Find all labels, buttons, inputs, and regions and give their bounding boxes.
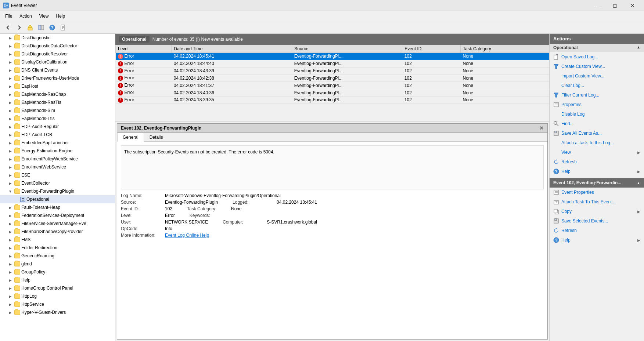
table-row[interactable]: !Error04.02.2024 18:39:35Eventlog-Forwar… bbox=[116, 96, 549, 104]
event-id-cell: 102 bbox=[402, 89, 461, 97]
expander-icon: ▶ bbox=[7, 237, 13, 243]
filter-icon bbox=[553, 64, 559, 69]
table-row[interactable]: !Error04.02.2024 18:40:36Eventlog-Forwar… bbox=[116, 89, 549, 97]
tree-item-homegroupcp[interactable]: ▶ HomeGroup Control Panel bbox=[0, 284, 115, 292]
col-datetime[interactable]: Date and Time bbox=[172, 45, 292, 53]
menu-file[interactable]: File bbox=[1, 12, 16, 20]
showhide-button[interactable] bbox=[36, 23, 46, 32]
action-help-event[interactable]: ? Help ▶ bbox=[550, 235, 644, 245]
tree-item-edpauditregular[interactable]: ▶ EDP-Audit-Regular bbox=[0, 123, 115, 131]
tree-item-grouppolicy[interactable]: ▶ GroupPolicy bbox=[0, 268, 115, 276]
prop-moreinfo-link[interactable]: Event Log Online Help bbox=[165, 233, 209, 238]
forward-button[interactable] bbox=[14, 23, 24, 32]
action-find[interactable]: Find... bbox=[550, 119, 644, 128]
action-filter-current-log[interactable]: Filter Current Log... bbox=[550, 90, 644, 100]
tree-item-filesvcs[interactable]: ▶ FileServices-ServerManager-Eve bbox=[0, 220, 115, 228]
close-button[interactable]: ✕ bbox=[624, 0, 641, 11]
tree-item-diskdiagresolver[interactable]: ▶ DiskDiagnosticResolver bbox=[0, 50, 115, 58]
menu-action[interactable]: Action bbox=[16, 12, 35, 20]
tree-item-displaycolor[interactable]: ▶ DisplayColorCalibration bbox=[0, 58, 115, 66]
table-row[interactable]: !Error04.02.2024 18:45:41Eventlog-Forwar… bbox=[116, 53, 549, 60]
tree-item-hypervguest[interactable]: ▶ Hyper-V-Guest-Drivers bbox=[0, 308, 115, 316]
tree-item-federationsvcs[interactable]: ▶ FederationServices-Deployment bbox=[0, 211, 115, 220]
expander-icon: ▶ bbox=[7, 245, 13, 251]
tree-item-help[interactable]: ▶ Help bbox=[0, 276, 115, 284]
action-properties[interactable]: Properties bbox=[550, 100, 644, 109]
tree-item-diskdiagnostic[interactable]: ▶ DiskDiagnostic bbox=[0, 34, 115, 42]
action-create-custom-view[interactable]: Create Custom View... bbox=[550, 62, 644, 71]
actions-main-header[interactable]: Actions bbox=[550, 34, 644, 44]
event-id-cell: 102 bbox=[402, 60, 461, 67]
action-refresh-event[interactable]: Refresh bbox=[550, 226, 644, 235]
col-source[interactable]: Source bbox=[292, 45, 402, 53]
action-help-operational[interactable]: ? Help ▶ bbox=[550, 167, 644, 176]
prop-logged-label: Logged: bbox=[233, 200, 277, 205]
tree-item-httpservice[interactable]: ▶ HttpService bbox=[0, 300, 115, 308]
svg-rect-0 bbox=[28, 28, 32, 30]
action-attach-task-log[interactable]: Attach a Task To this Log... bbox=[550, 138, 644, 148]
tree-panel: ▶ DiskDiagnostic ▶ DiskDiagnosticDataCol… bbox=[0, 34, 115, 341]
tab-details[interactable]: Details bbox=[144, 133, 169, 141]
tree-item-fms[interactable]: ▶ FMS bbox=[0, 236, 115, 244]
maximize-button[interactable]: ◻ bbox=[607, 0, 623, 11]
menu-help[interactable]: Help bbox=[53, 12, 69, 20]
folder-icon bbox=[14, 100, 20, 105]
tree-item-dns[interactable]: ▶ DNS Client Events bbox=[0, 66, 115, 74]
tree-item-eapttls[interactable]: ▶ EapMethods-Ttls bbox=[0, 115, 115, 123]
col-taskcategory[interactable]: Task Category bbox=[460, 45, 549, 53]
action-clear-log[interactable]: Clear Log... bbox=[550, 81, 644, 90]
up-button[interactable] bbox=[25, 23, 35, 32]
tree-item-driverfw[interactable]: ▶ DriverFrameworks-UserMode bbox=[0, 74, 115, 82]
tree-item-glcnd[interactable]: ▶ glcnd bbox=[0, 260, 115, 268]
action-import-custom-view[interactable]: Import Custom View... bbox=[550, 71, 644, 81]
close-detail-button[interactable]: ✕ bbox=[539, 125, 544, 131]
event102-section-header[interactable]: Event 102, Eventlog-Forwardin... ▲ bbox=[550, 178, 644, 188]
action-refresh-operational[interactable]: Refresh bbox=[550, 157, 644, 167]
tree-item-eventcollector[interactable]: ▶ EventCollector bbox=[0, 179, 115, 187]
tree-item-genericroaming[interactable]: ▶ GenericRoaming bbox=[0, 252, 115, 260]
action-attach-task-event[interactable]: Attach Task To This Event... bbox=[550, 197, 644, 207]
action-view[interactable]: View ▶ bbox=[550, 148, 644, 157]
tree-item-diskdiagdatacollector[interactable]: ▶ DiskDiagnosticDataCollector bbox=[0, 42, 115, 50]
tree-item-energy[interactable]: ▶ Energy-Estimation-Engine bbox=[0, 147, 115, 155]
action-event-properties[interactable]: Event Properties bbox=[550, 188, 644, 197]
action-save-all-events[interactable]: Save All Events As... bbox=[550, 128, 644, 138]
action-copy[interactable]: Copy ▶ bbox=[550, 207, 644, 216]
tree-item-eaprastls[interactable]: ▶ EapMethods-RasTls bbox=[0, 98, 115, 106]
tree-item-faulttolerant[interactable]: ▶ Fault-Tolerant-Heap bbox=[0, 203, 115, 211]
folder-icon bbox=[14, 76, 20, 81]
tree-item-enrollpolicy[interactable]: ▶ EnrollmentPolicyWebService bbox=[0, 155, 115, 163]
tree-item-fileshadow[interactable]: ▶ FileShareShadowCopyProvider bbox=[0, 228, 115, 236]
event-datetime-cell: 04.02.2024 18:39:35 bbox=[172, 96, 292, 104]
table-row[interactable]: !Error04.02.2024 18:44:40Eventlog-Forwar… bbox=[116, 60, 549, 67]
tree-item-httplog[interactable]: ▶ HttpLog bbox=[0, 292, 115, 300]
events-table-container[interactable]: Level Date and Time Source Event ID Task… bbox=[115, 45, 549, 122]
back-button[interactable] bbox=[3, 23, 13, 32]
tree-item-edpaudittcb[interactable]: ▶ EDP-Audit-TCB bbox=[0, 131, 115, 139]
tree-item-ese[interactable]: ▶ ESE bbox=[0, 171, 115, 179]
tree-item-operational[interactable]: ☰ Operational bbox=[0, 195, 115, 203]
tree-item-enrollweb[interactable]: ▶ EnrollmentWebService bbox=[0, 163, 115, 171]
prop-user-label: User: bbox=[121, 220, 165, 225]
help-toolbar-button[interactable]: ? bbox=[47, 23, 57, 32]
table-row[interactable]: !Error04.02.2024 18:41:37Eventlog-Forwar… bbox=[116, 82, 549, 89]
tree-item-eaphost[interactable]: ▶ EapHost bbox=[0, 82, 115, 90]
action-disable-log[interactable]: Disable Log bbox=[550, 109, 644, 119]
tab-general[interactable]: General bbox=[117, 133, 144, 142]
tree-item-eventlog-forwarding[interactable]: ▼ Eventlog-ForwardingPlugin bbox=[0, 187, 115, 195]
events-table: Level Date and Time Source Event ID Task… bbox=[115, 45, 549, 104]
table-row[interactable]: !Error04.02.2024 18:43:39Eventlog-Forwar… bbox=[116, 67, 549, 75]
menu-view[interactable]: View bbox=[36, 12, 53, 20]
properties-toolbar-button[interactable] bbox=[58, 23, 68, 32]
minimize-button[interactable]: ― bbox=[589, 0, 606, 11]
view-icon bbox=[553, 149, 559, 155]
col-eventid[interactable]: Event ID bbox=[402, 45, 461, 53]
action-save-selected-events[interactable]: Save Selected Events... bbox=[550, 216, 644, 226]
table-row[interactable]: !Error04.02.2024 18:42:38Eventlog-Forwar… bbox=[116, 75, 549, 82]
tree-item-eapraschap[interactable]: ▶ EapMethods-RasChap bbox=[0, 90, 115, 98]
tree-item-embeddedapp[interactable]: ▶ EmbeddedAppLauncher bbox=[0, 139, 115, 147]
tree-item-eapsim[interactable]: ▶ EapMethods-Sim bbox=[0, 106, 115, 115]
col-level[interactable]: Level bbox=[116, 45, 172, 53]
action-open-saved-log[interactable]: Open Saved Log... bbox=[550, 52, 644, 62]
tree-item-folderredir[interactable]: ▶ Folder Redirection bbox=[0, 244, 115, 252]
